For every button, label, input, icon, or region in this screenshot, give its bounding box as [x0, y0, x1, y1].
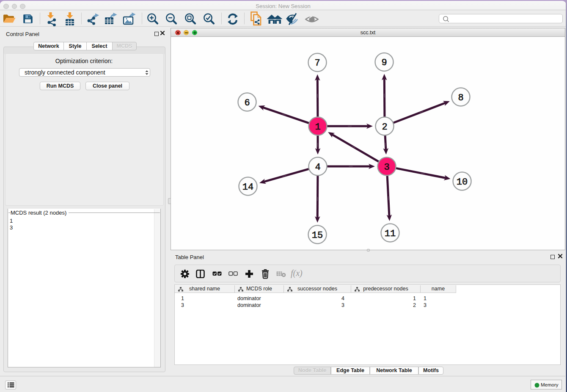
- svg-text:6: 6: [244, 98, 250, 108]
- svg-text:14: 14: [242, 182, 253, 193]
- svg-text:7: 7: [314, 58, 320, 69]
- svg-text:4: 4: [315, 162, 320, 173]
- svg-text:2: 2: [382, 122, 387, 133]
- svg-text:3: 3: [384, 162, 389, 173]
- svg-text:11: 11: [385, 229, 396, 239]
- svg-text:9: 9: [381, 58, 387, 68]
- svg-text:15: 15: [312, 230, 323, 241]
- svg-text:10: 10: [457, 177, 468, 188]
- svg-text:1: 1: [315, 122, 320, 133]
- svg-text:8: 8: [458, 93, 463, 103]
